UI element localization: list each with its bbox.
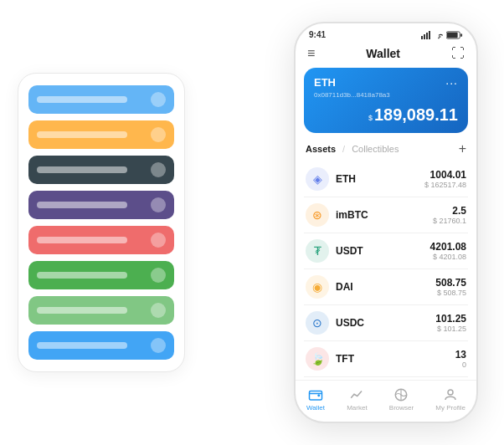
wallet-icon	[308, 387, 323, 402]
card-row	[28, 331, 174, 360]
status-bar: 9:41	[296, 23, 476, 43]
asset-amount-usd: $ 21760.1	[433, 217, 466, 225]
card-row	[28, 85, 174, 114]
asset-icon: ⊛	[306, 203, 329, 227]
asset-list-item[interactable]: ⊛imBTC2.5$ 21760.1	[304, 197, 468, 233]
asset-amount-usd: $ 162517.48	[424, 181, 466, 189]
asset-icon: 🍃	[306, 347, 329, 371]
asset-list-item[interactable]: ₮USDT4201.08$ 4201.08	[304, 233, 468, 269]
eth-card-top: ETH ···	[314, 76, 458, 90]
asset-amount-usd: $ 508.75	[435, 289, 466, 297]
asset-icon: ◉	[306, 275, 329, 299]
asset-name: USDT	[336, 245, 430, 257]
svg-rect-3	[429, 31, 430, 39]
asset-amount-main: 2.5	[433, 205, 466, 217]
tab-collectibles[interactable]: Collectibles	[352, 144, 399, 154]
bottom-nav: Wallet Market Browser	[296, 380, 476, 422]
expand-icon[interactable]: ⛶	[451, 46, 465, 61]
card-row	[28, 120, 174, 149]
asset-amount-usd: $ 4201.08	[430, 253, 466, 261]
asset-amounts: 2.5$ 21760.1	[433, 205, 466, 225]
nav-wallet-label: Wallet	[306, 404, 325, 412]
asset-name: TFT	[336, 353, 455, 365]
asset-amounts: 508.75$ 508.75	[435, 277, 466, 297]
asset-list-item[interactable]: ◉DAI508.75$ 508.75	[304, 269, 468, 305]
menu-icon[interactable]: ≡	[307, 46, 315, 61]
assets-header: Assets / Collectibles +	[296, 141, 476, 161]
svg-rect-7	[460, 33, 462, 37]
svg-rect-6	[447, 32, 458, 37]
asset-name: imBTC	[336, 209, 433, 221]
asset-name: ETH	[336, 173, 424, 185]
eth-address: 0x08711d3b...8418a78a3	[314, 91, 458, 99]
profile-icon	[443, 387, 458, 402]
asset-list-item[interactable]: ◈ETH1004.01$ 162517.48	[304, 161, 468, 197]
asset-amount-main: 101.25	[435, 313, 466, 325]
asset-amount-usd: $ 101.25	[435, 325, 466, 333]
asset-name: DAI	[336, 281, 435, 293]
card-row	[28, 226, 174, 254]
phone-header: ≡ Wallet ⛶	[296, 43, 476, 68]
card-row	[28, 156, 174, 184]
card-row	[28, 296, 174, 325]
scene: 9:41	[18, 13, 486, 432]
phone-mockup: 9:41	[294, 22, 478, 423]
asset-list-item[interactable]: 🍃TFT130	[304, 341, 468, 377]
asset-icon: ◈	[306, 167, 329, 191]
svg-rect-2	[426, 33, 428, 39]
nav-profile-label: My Profile	[435, 404, 465, 412]
nav-browser-label: Browser	[389, 404, 414, 412]
tab-divider: /	[342, 144, 345, 154]
svg-rect-8	[310, 391, 322, 401]
asset-amounts: 1004.01$ 162517.48	[424, 169, 466, 189]
asset-list-item[interactable]: ⊙USDC101.25$ 101.25	[304, 305, 468, 341]
assets-tabs: Assets / Collectibles	[306, 144, 399, 154]
asset-amount-main: 4201.08	[430, 241, 466, 253]
eth-balance-currency: $	[368, 114, 373, 122]
browser-icon	[393, 387, 409, 402]
nav-market[interactable]: Market	[347, 387, 367, 412]
asset-amount-usd: 0	[455, 361, 466, 369]
signal-icon	[421, 31, 431, 39]
battery-icon	[446, 31, 463, 39]
asset-amounts: 101.25$ 101.25	[435, 313, 466, 333]
nav-wallet[interactable]: Wallet	[306, 387, 325, 412]
market-icon	[349, 387, 364, 402]
asset-amount-main: 508.75	[435, 277, 466, 289]
tab-assets[interactable]: Assets	[306, 144, 336, 154]
asset-name: USDC	[336, 317, 435, 329]
wifi-icon	[434, 31, 444, 39]
eth-balance: $189,089.11	[314, 105, 458, 125]
svg-point-11	[448, 390, 453, 395]
eth-card-label: ETH	[314, 76, 336, 89]
card-row	[28, 191, 174, 219]
asset-amount-main: 13	[455, 349, 466, 361]
asset-amount-main: 1004.01	[424, 169, 466, 181]
status-icons	[421, 31, 463, 39]
svg-point-4	[438, 37, 440, 38]
asset-amounts: 4201.08$ 4201.08	[430, 241, 466, 261]
card-stack	[18, 73, 185, 372]
nav-profile[interactable]: My Profile	[435, 387, 465, 412]
nav-browser[interactable]: Browser	[389, 387, 414, 412]
asset-icon: ₮	[306, 239, 329, 263]
nav-market-label: Market	[347, 404, 367, 412]
asset-amounts: 130	[455, 349, 466, 369]
svg-rect-1	[424, 34, 425, 39]
asset-icon: ⊙	[306, 311, 329, 335]
eth-balance-amount: 189,089.11	[374, 105, 458, 124]
page-title: Wallet	[315, 47, 451, 60]
eth-card-menu[interactable]: ···	[445, 76, 458, 90]
eth-card[interactable]: ETH ··· 0x08711d3b...8418a78a3 $189,089.…	[304, 68, 468, 133]
add-asset-button[interactable]: +	[459, 141, 466, 156]
svg-rect-0	[421, 36, 423, 39]
time-display: 9:41	[309, 30, 326, 39]
card-row	[28, 261, 174, 289]
asset-list: ◈ETH1004.01$ 162517.48⊛imBTC2.5$ 21760.1…	[296, 161, 476, 380]
